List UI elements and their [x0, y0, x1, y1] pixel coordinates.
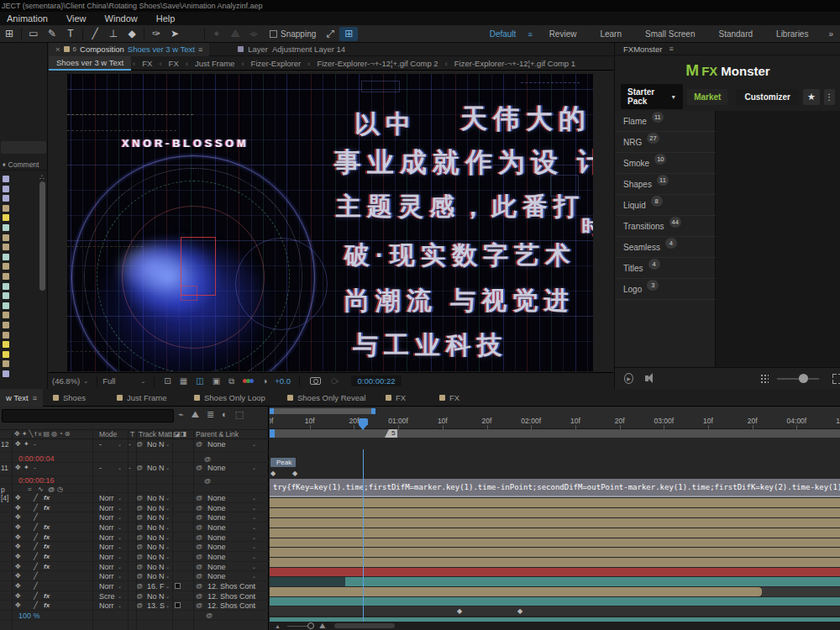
parent-link-select[interactable]: None: [207, 504, 226, 512]
track-matte-select[interactable]: No N: [147, 543, 165, 551]
label-color-square[interactable]: [3, 186, 9, 192]
quality-switch[interactable]: -: [34, 440, 36, 448]
blend-mode-select[interactable]: Norr: [99, 572, 114, 580]
pack-select-button[interactable]: Starter Pack ▼: [621, 84, 683, 109]
label-color-square[interactable]: [3, 214, 9, 221]
work-area-bar[interactable]: [270, 408, 375, 414]
category-item-logo[interactable]: Logo3: [615, 279, 716, 300]
timeline-layer-row[interactable]: ✥╱fxNorr⌄@No N⌄@None⌄: [0, 552, 269, 562]
more-options-button[interactable]: ⋮: [824, 89, 835, 105]
timeline-layer-row[interactable]: ✥╱fxNorr⌄@No N⌄@None⌄: [0, 562, 269, 572]
zoom-slider-knob[interactable]: [307, 622, 314, 629]
quality-switch-icon[interactable]: ╱: [34, 572, 38, 580]
tab-layer[interactable]: Layer Adjustment Layer 14: [229, 45, 354, 54]
breadcrumb-item[interactable]: Fizer-Explorer: [246, 59, 307, 68]
brush-tool-icon[interactable]: ╱: [86, 28, 104, 39]
zoom-out-mountain-icon[interactable]: ▲: [275, 623, 281, 629]
shy-switch-icon[interactable]: ✥: [15, 494, 21, 501]
breadcrumb-item[interactable]: FX: [164, 59, 184, 68]
layer-number[interactable]: [4]: [1, 494, 8, 502]
label-color-square[interactable]: [3, 341, 9, 348]
comp-marker-bar[interactable]: 5: [270, 429, 840, 438]
pickwhip-icon[interactable]: @: [196, 504, 202, 512]
pickwhip-icon[interactable]: @: [136, 592, 143, 600]
track-matte-select[interactable]: No N: [147, 553, 165, 561]
blend-mode-select[interactable]: -: [99, 440, 102, 449]
mini-flowchart-icon[interactable]: ⌁: [178, 409, 184, 420]
chevron-down-icon[interactable]: ⌄: [118, 583, 122, 589]
comp-marker[interactable]: 5: [389, 429, 397, 438]
chevron-down-icon[interactable]: ⌄: [252, 514, 256, 520]
workspace-tab-small-screen[interactable]: Small Screen: [633, 29, 706, 39]
pickwhip-icon[interactable]: @: [196, 523, 202, 531]
track-matte-select[interactable]: No N: [147, 513, 165, 522]
close-icon[interactable]: ×: [55, 45, 60, 54]
breadcrumb-item[interactable]: Just Frame: [190, 59, 240, 68]
shy-switch-icon[interactable]: ✥: [15, 601, 21, 609]
label-color-square[interactable]: [3, 332, 9, 339]
shape-tool-icon[interactable]: ▭: [24, 28, 43, 39]
zoom-arrows-icon[interactable]: ⤢: [321, 28, 339, 39]
quality-switch-icon[interactable]: ╱: [34, 513, 38, 521]
chevron-down-icon[interactable]: ⌄: [165, 514, 170, 520]
preserve-transparency[interactable]: -: [129, 440, 131, 448]
chevron-down-icon[interactable]: ⌄: [252, 534, 256, 540]
quality-switch-icon[interactable]: ╱: [34, 523, 38, 531]
blend-mode-select[interactable]: Norr: [99, 553, 114, 561]
track-matte-column-header[interactable]: Track Matte: [139, 430, 176, 438]
stamp-tool-icon[interactable]: ⊥: [104, 28, 123, 39]
chevron-down-icon[interactable]: ⌄: [118, 554, 122, 559]
channel-icon[interactable]: [239, 379, 258, 383]
menu-help[interactable]: Help: [156, 13, 176, 24]
fx-badge-icon[interactable]: fx: [44, 504, 50, 512]
breadcrumb-item[interactable]: Fizer-Explorer-¬+-12¦+.gif Comp 2: [312, 59, 443, 68]
transparency-grid-icon[interactable]: ▦: [176, 376, 192, 386]
effects-switch-icon[interactable]: ✦: [24, 440, 29, 448]
category-item-nrg[interactable]: NRG27: [615, 132, 716, 153]
pickwhip-icon[interactable]: @: [196, 513, 202, 521]
layer-duration-bar[interactable]: [270, 568, 840, 577]
pickwhip-icon[interactable]: @: [196, 553, 202, 560]
pickwhip-icon[interactable]: @: [206, 612, 213, 619]
pen-tool-icon[interactable]: ✎: [43, 28, 61, 39]
expression-bar[interactable]: try{fKey=key(1).time;firstDifM=marker.ke…: [270, 479, 840, 497]
blend-mode-select[interactable]: Norr: [99, 504, 114, 512]
playhead-handle[interactable]: [359, 418, 368, 425]
chevron-down-icon[interactable]: ⌄: [118, 524, 122, 530]
timeline-tab-fx[interactable]: FX: [382, 389, 409, 407]
pickwhip-icon[interactable]: @: [136, 464, 143, 471]
eraser-tool-icon[interactable]: ◆: [123, 28, 141, 39]
timeline-layer-row[interactable]: 0:00:00:16@: [0, 476, 269, 485]
chevron-down-icon[interactable]: ⌄: [118, 465, 122, 470]
pickwhip-icon[interactable]: @: [48, 486, 55, 493]
pickwhip-icon[interactable]: @: [136, 572, 143, 580]
pickwhip-icon[interactable]: @: [136, 553, 143, 560]
layer-marker-peak[interactable]: Peak: [270, 458, 296, 467]
preserve-transparency[interactable]: -: [129, 464, 131, 471]
shy-switch-icon[interactable]: ✥: [15, 513, 21, 521]
matte-toggle-icon[interactable]: [175, 583, 181, 589]
fxmonster-panel-tab[interactable]: FXMonster ≡: [615, 43, 840, 55]
workspace-tab-standard[interactable]: Standard: [706, 29, 764, 39]
grid-guides-icon[interactable]: ⊞: [339, 27, 358, 41]
label-color-square[interactable]: [3, 254, 9, 260]
parent-link-select[interactable]: None: [207, 513, 226, 522]
breadcrumb-item[interactable]: Shoes ver 3 w Text: [49, 56, 131, 71]
menu-window[interactable]: Window: [105, 13, 138, 24]
layer-duration-bar[interactable]: [270, 538, 840, 548]
chevron-down-icon[interactable]: ⌄: [165, 602, 170, 608]
chevron-down-icon[interactable]: ⌄: [118, 534, 122, 540]
chevron-down-icon[interactable]: ⌄: [118, 514, 122, 520]
quality-switch-icon[interactable]: ╱: [34, 601, 38, 609]
chevron-down-icon[interactable]: ⌄: [252, 593, 256, 599]
chevron-down-icon[interactable]: ⌄: [165, 593, 170, 599]
timeline-layer-row[interactable]: 11✥✦--⌄-@No N⌄@None⌄: [0, 463, 269, 476]
quality-switch-icon[interactable]: ╱: [34, 553, 38, 560]
layer-duration-bar[interactable]: [270, 518, 840, 528]
timeline-layer-row[interactable]: 0:00:00:04@: [0, 454, 269, 463]
composition-viewer[interactable]: XNOR-BLOSSOM 以中天伟大的事业成就作为设 计主题灵感，此番打破·现实…: [49, 71, 613, 372]
workspace-tab-libraries[interactable]: Libraries: [764, 29, 820, 39]
timeline-tab-shoes-only-reveal[interactable]: Shoes Only Reveal: [284, 389, 369, 407]
chevron-down-icon[interactable]: ⌄: [118, 495, 122, 501]
blend-mode-select[interactable]: Norr: [99, 601, 114, 610]
